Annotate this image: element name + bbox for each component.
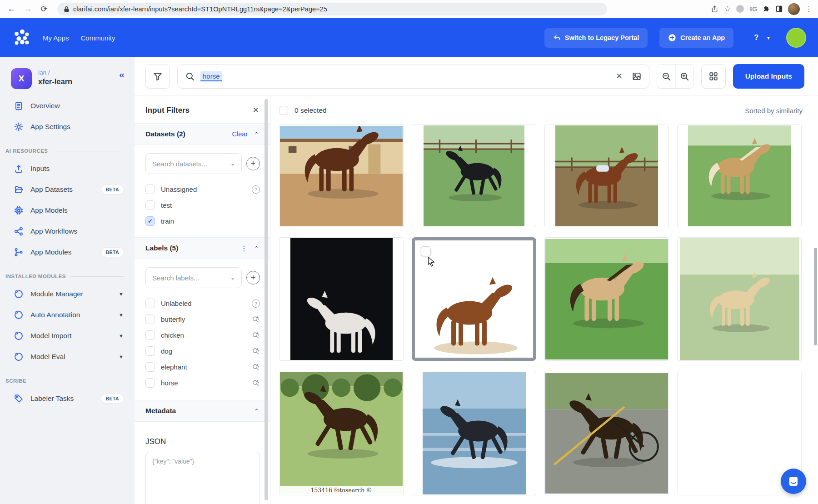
input-image-tile[interactable]: [412, 371, 536, 495]
url-bar[interactable]: clarifai.com/ian/xfer-learn/inputs?searc…: [57, 3, 607, 15]
zoom-in-button[interactable]: [675, 65, 693, 88]
filter-panel-scrollbar[interactable]: [264, 99, 268, 500]
dataset-option-unassigned[interactable]: Unassigned?: [145, 181, 260, 197]
labels-section-header[interactable]: Labels (5) ⋮ ⌃: [135, 237, 270, 259]
help-menu[interactable]: ? ▼: [749, 30, 771, 45]
extension-g-icon[interactable]: ᵍG: [749, 5, 758, 13]
sidebar-item-auto-annotation[interactable]: Auto Annotation▼: [0, 304, 135, 325]
label-checkbox[interactable]: [145, 314, 155, 324]
input-image-tile[interactable]: [677, 237, 802, 361]
browser-profile-avatar[interactable]: [788, 3, 800, 15]
grid-view-button[interactable]: [701, 64, 726, 89]
page-scrollbar[interactable]: [814, 248, 817, 345]
add-dataset-button[interactable]: +: [246, 157, 260, 170]
chevron-down-icon[interactable]: ▼: [119, 354, 124, 359]
auto-annotate-icon[interactable]: [251, 347, 260, 355]
dataset-checkbox[interactable]: [145, 200, 155, 210]
input-image-tile[interactable]: 153416 fotosearch ©: [279, 371, 404, 495]
sidebar-item-app-settings[interactable]: App Settings: [0, 116, 135, 137]
input-image-tile[interactable]: [544, 125, 669, 227]
metadata-section-header[interactable]: Metadata ⌃: [135, 400, 270, 422]
auto-annotate-icon[interactable]: [251, 315, 260, 324]
auto-annotate-icon[interactable]: [251, 379, 260, 387]
sidebar-item-module-manager[interactable]: Module Manager▼: [0, 284, 135, 304]
label-option-chicken[interactable]: chicken: [145, 327, 260, 343]
input-image-tile[interactable]: [677, 125, 802, 227]
auto-annotate-icon[interactable]: [251, 363, 260, 371]
create-app-button[interactable]: Create an App: [659, 28, 733, 48]
sidebar-item-app-modules[interactable]: App ModulesBETA: [0, 242, 135, 263]
dataset-checkbox[interactable]: ✓: [145, 216, 155, 226]
bookmark-star-icon[interactable]: ☆: [724, 4, 731, 14]
extension-puzzle-icon[interactable]: [763, 5, 770, 13]
auto-annotate-icon[interactable]: [251, 331, 260, 339]
select-all-checkbox[interactable]: [279, 106, 288, 115]
help-icon[interactable]: ?: [252, 299, 260, 308]
image-search-icon[interactable]: [632, 71, 642, 81]
upload-inputs-button[interactable]: Upload Inputs: [733, 64, 804, 89]
search-term-chip[interactable]: horse: [200, 71, 222, 81]
label-option-dog[interactable]: dog: [145, 343, 260, 359]
extension-square-icon[interactable]: [776, 5, 783, 12]
label-search-select[interactable]: Search labels... ⌄: [145, 267, 242, 288]
chevron-up-icon[interactable]: ⌃: [254, 131, 259, 138]
label-option-butterfly[interactable]: butterfly: [145, 311, 260, 327]
sidebar-item-app-datasets[interactable]: App DatasetsBETA: [0, 179, 135, 200]
search-input[interactable]: horse ✕: [177, 64, 649, 89]
sidebar-item-model-import[interactable]: Model Import▼: [0, 325, 135, 346]
label-checkbox[interactable]: [145, 362, 155, 372]
browser-menu-icon[interactable]: ⋮: [805, 5, 813, 13]
chevron-down-icon[interactable]: ▼: [119, 291, 124, 297]
input-image-tile[interactable]: [412, 237, 536, 361]
clarifai-logo[interactable]: [12, 29, 31, 47]
nav-my-apps[interactable]: My Apps: [43, 34, 69, 42]
label-checkbox[interactable]: [145, 378, 155, 388]
labels-menu-icon[interactable]: ⋮: [240, 244, 248, 253]
dataset-search-select[interactable]: Search datasets... ⌄: [145, 153, 242, 174]
browser-back-button[interactable]: ←: [5, 3, 17, 15]
zoom-out-button[interactable]: [657, 65, 675, 88]
label-checkbox[interactable]: [145, 299, 155, 308]
input-image-tile[interactable]: [279, 237, 404, 361]
sidebar-item-inputs[interactable]: Inputs: [0, 158, 135, 179]
sidebar-item-app-workflows[interactable]: App Workflows: [0, 221, 135, 242]
sidebar-item-app-models[interactable]: App Models: [0, 200, 135, 221]
label-option-elephant[interactable]: elephant: [145, 359, 260, 375]
filter-toggle-button[interactable]: [145, 64, 170, 89]
input-image-tile[interactable]: [544, 371, 669, 495]
chat-bubble-button[interactable]: [781, 469, 806, 494]
switch-legacy-button[interactable]: Switch to Legacy Portal: [544, 28, 648, 48]
chevron-up-icon[interactable]: ⌃: [254, 245, 259, 252]
browser-forward-button[interactable]: →: [22, 3, 34, 15]
label-option-unlabeled[interactable]: Unlabeled?: [145, 295, 260, 311]
sidebar-item-overview[interactable]: Overview: [0, 95, 135, 116]
dataset-option-train[interactable]: ✓train: [145, 213, 260, 229]
chevron-down-icon[interactable]: ▼: [119, 312, 124, 318]
dataset-option-test[interactable]: test: [145, 197, 260, 213]
sidebar-item-labeler-tasks[interactable]: Labeler TasksBETA: [0, 388, 135, 409]
close-filters-icon[interactable]: ✕: [253, 105, 259, 115]
help-icon[interactable]: ?: [252, 185, 260, 194]
nav-community[interactable]: Community: [81, 34, 115, 42]
dataset-checkbox[interactable]: [145, 185, 155, 194]
label-option-horse[interactable]: horse: [145, 375, 260, 391]
user-avatar[interactable]: [786, 28, 806, 48]
browser-reload-button[interactable]: ⟳: [38, 3, 50, 15]
sidebar-item-model-eval[interactable]: Model Eval▼: [0, 346, 135, 367]
metadata-json-input[interactable]: [145, 452, 260, 504]
app-owner-link[interactable]: ian /: [38, 69, 72, 76]
datasets-section-header[interactable]: Datasets (2) Clear ⌃: [135, 123, 270, 145]
add-label-button[interactable]: +: [246, 271, 260, 284]
tile-checkbox[interactable]: [421, 246, 431, 256]
share-icon[interactable]: [711, 5, 718, 13]
clear-search-icon[interactable]: ✕: [612, 70, 626, 83]
label-checkbox[interactable]: [145, 330, 155, 340]
datasets-clear-link[interactable]: Clear: [232, 130, 248, 138]
chevron-down-icon[interactable]: ▼: [119, 333, 124, 339]
extension-circle-icon[interactable]: [736, 5, 744, 13]
chevron-up-icon[interactable]: ⌃: [254, 408, 259, 414]
input-image-tile[interactable]: [544, 237, 669, 361]
input-image-tile[interactable]: [412, 125, 536, 227]
input-image-tile[interactable]: [279, 125, 404, 227]
label-checkbox[interactable]: [145, 346, 155, 356]
